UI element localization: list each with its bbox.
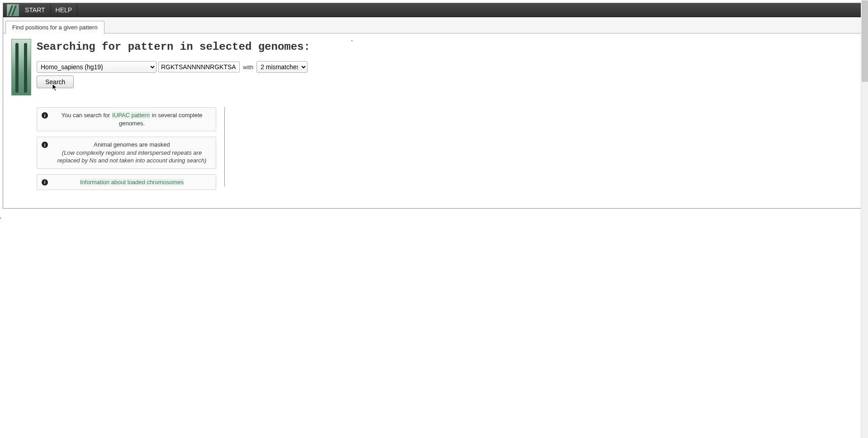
search-button[interactable]: Search bbox=[37, 76, 74, 88]
mismatch-select[interactable]: 2 mismatches bbox=[256, 61, 308, 73]
top-menu-bar: START HELP bbox=[3, 3, 865, 17]
main-panel: Searching for pattern in selected genome… bbox=[37, 39, 857, 195]
info-text-prefix: You can search for bbox=[61, 112, 112, 119]
info-box-masked: i Animal genomes are masked (Low complex… bbox=[37, 137, 216, 169]
scrollbar-thumb[interactable] bbox=[862, 0, 868, 82]
iupac-pattern-link[interactable]: IUPAC pattern bbox=[112, 112, 150, 119]
dna-helix-icon bbox=[11, 39, 31, 95]
app-window: START HELP Find positions for a given pa… bbox=[3, 3, 865, 209]
app-logo-icon bbox=[7, 4, 19, 16]
info-masked-detail: (Low complexity regions and interspersed… bbox=[57, 149, 207, 164]
info-column: i You can search for IUPAC pattern in se… bbox=[37, 107, 224, 195]
info-box-iupac: i You can search for IUPAC pattern in se… bbox=[37, 107, 216, 131]
info-text: You can search for IUPAC pattern in seve… bbox=[52, 111, 211, 127]
info-icon: i bbox=[42, 112, 48, 119]
info-section: i You can search for IUPAC pattern in se… bbox=[37, 107, 857, 195]
page-title: Searching for pattern in selected genome… bbox=[37, 41, 857, 53]
search-form: Homo_sapiens (hg19) with 2 mismatches bbox=[37, 61, 857, 73]
tab-bar: Find positions for a given pattern bbox=[3, 17, 865, 33]
pattern-input[interactable] bbox=[158, 62, 240, 72]
info-text: Animal genomes are masked (Low complexit… bbox=[52, 141, 211, 165]
chromosomes-info-link[interactable]: Information about loaded chromosomes bbox=[80, 179, 184, 186]
marker-dot bbox=[0, 218, 1, 219]
vertical-scrollbar[interactable] bbox=[861, 0, 868, 438]
info-icon: i bbox=[42, 142, 48, 148]
vertical-divider bbox=[224, 107, 225, 186]
genome-select[interactable]: Homo_sapiens (hg19) bbox=[37, 61, 157, 73]
marker-dot bbox=[351, 40, 352, 41]
info-box-chromosomes: i Information about loaded chromosomes bbox=[37, 174, 216, 190]
info-masked-title: Animal genomes are masked bbox=[94, 141, 170, 148]
info-icon: i bbox=[42, 179, 48, 186]
menu-help[interactable]: HELP bbox=[51, 3, 78, 17]
menu-start[interactable]: START bbox=[20, 3, 51, 17]
info-text: Information about loaded chromosomes bbox=[52, 178, 211, 186]
tab-find-positions[interactable]: Find positions for a given pattern bbox=[5, 21, 104, 33]
content-area: Searching for pattern in selected genome… bbox=[3, 33, 865, 201]
with-label: with bbox=[243, 64, 253, 71]
